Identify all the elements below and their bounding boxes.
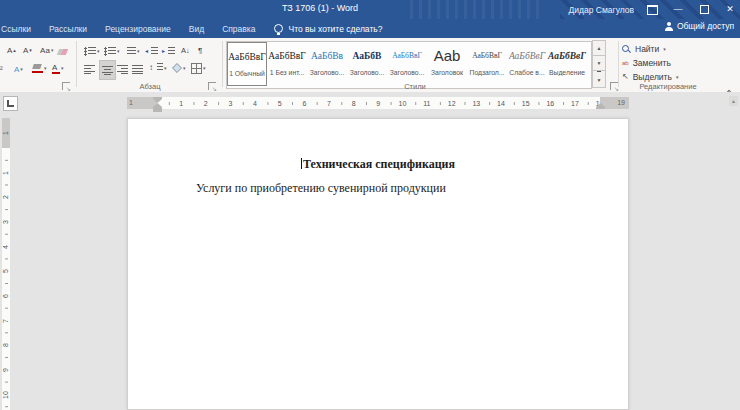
scroll-up-button[interactable]: ▲ xyxy=(729,96,738,106)
styles-scroll-up-button[interactable]: ▲ xyxy=(592,40,606,56)
tab-recenzirovanie[interactable]: Рецензирование xyxy=(96,24,180,34)
font-color-button[interactable]: А▾ xyxy=(52,61,64,75)
v-ruler-typing-area: 12345678910 xyxy=(2,148,10,410)
share-label: Общий доступ xyxy=(677,21,734,31)
ruler-number: 3 xyxy=(2,218,10,226)
ruler-number: 17 xyxy=(571,99,579,108)
cursor-icon: ↖ xyxy=(622,73,629,81)
bullets-button[interactable]: ▾ xyxy=(84,44,100,58)
style-title[interactable]: АabЗаголовок xyxy=(427,42,467,86)
style-heading2[interactable]: АаБбВЗаголово... xyxy=(347,42,387,86)
line-spacing-button[interactable]: ▾ xyxy=(149,61,167,75)
ruler-number: 4 xyxy=(253,99,257,108)
multilevel-list-icon xyxy=(124,47,136,56)
tell-me-search[interactable]: Что вы хотите сделать? xyxy=(288,24,382,34)
text-highlight-button[interactable]: ▾ xyxy=(32,61,47,75)
ruler-number: 2 xyxy=(2,193,10,201)
maximize-icon xyxy=(700,5,709,14)
numbering-button[interactable]: ▾ xyxy=(104,44,120,58)
ruler-number: 14 xyxy=(497,99,505,108)
ruler-number: 1 xyxy=(2,169,10,177)
h-ruler-typing-area: 123456789101112131415161718 xyxy=(157,97,600,109)
styles-dialog-launcher[interactable] xyxy=(610,82,618,90)
tab-rassylki[interactable]: Рассылки xyxy=(40,24,96,34)
ruler-number: 5 xyxy=(2,267,10,275)
title-bar: ТЗ 1706 (1) - Word Дидар Смагулов — ✕ xyxy=(0,0,740,19)
paragraph-dialog-launcher[interactable] xyxy=(208,82,216,90)
document-body-line[interactable]: Услуги по приобретению сувенирной продук… xyxy=(128,181,628,196)
tab-stop-selector[interactable] xyxy=(3,96,18,111)
show-marks-button[interactable]: ¶ xyxy=(198,43,202,57)
replace-icon: ab xyxy=(622,60,629,66)
ruler-number: 13 xyxy=(472,99,480,108)
highlighter-icon xyxy=(32,64,43,73)
word-window: ТЗ 1706 (1) - Word Дидар Смагулов — ✕ Сс… xyxy=(0,0,740,410)
justify-button[interactable] xyxy=(132,62,143,76)
v-ruler-top-margin: 1 xyxy=(2,118,10,148)
ruler-number: 4 xyxy=(2,243,10,251)
ruler-number: 7 xyxy=(2,317,10,325)
minimize-button[interactable]: — xyxy=(670,0,686,19)
document-title-line[interactable]: Техническая спецификация xyxy=(128,157,628,172)
justify-icon xyxy=(132,65,143,74)
shrink-font-button[interactable]: А▾ xyxy=(23,43,32,57)
group-separator xyxy=(618,41,619,87)
ruler-number: 11 xyxy=(423,99,430,108)
increase-indent-button[interactable] xyxy=(162,44,175,58)
text-effects-button[interactable]: А▾ xyxy=(14,62,23,76)
style-heading3[interactable]: АаБбВвГЗаголово... xyxy=(387,42,427,86)
align-right-icon xyxy=(117,65,128,74)
pilcrow-icon: ¶ xyxy=(198,46,202,55)
group-separator xyxy=(222,41,223,87)
style-emphasis[interactable]: АаБбВвГВыделение xyxy=(547,42,587,86)
font-dialog-launcher[interactable] xyxy=(62,82,70,90)
ruler-number: 5 xyxy=(278,99,282,108)
grow-font-button[interactable]: А▴ xyxy=(7,43,16,57)
sort-icon: А↓ xyxy=(181,46,190,55)
change-case-button[interactable]: Аа▾ xyxy=(40,43,53,57)
tab-vid[interactable]: Вид xyxy=(180,24,213,34)
styles-scroll-down-button[interactable]: ▼ xyxy=(592,55,606,71)
find-button[interactable]: Найти▾ xyxy=(622,43,666,55)
style-normal[interactable]: АаБбВвГ1 Обычный xyxy=(227,42,267,86)
tab-spravka[interactable]: Справка xyxy=(213,24,264,34)
decrease-indent-button[interactable] xyxy=(145,44,158,58)
borders-button[interactable]: ▾ xyxy=(191,61,206,75)
shading-button[interactable]: ▾ xyxy=(172,61,186,75)
document-page[interactable]: Техническая спецификация Услуги по приоб… xyxy=(127,118,629,410)
clear-formatting-button[interactable] xyxy=(58,45,67,59)
vertical-ruler[interactable]: 1 12345678910 xyxy=(2,118,10,410)
style-heading1[interactable]: АаБбВвЗаголово... xyxy=(307,42,347,86)
ruler-number: 9 xyxy=(376,99,380,108)
decrease-indent-icon xyxy=(145,47,158,56)
ribbon-display-options-button[interactable] xyxy=(644,0,660,19)
align-center-button[interactable] xyxy=(99,60,116,80)
left-indent-marker[interactable] xyxy=(153,109,162,112)
maximize-button[interactable] xyxy=(696,0,712,19)
ribbon-display-options-icon xyxy=(647,5,658,15)
ruler-number: 7 xyxy=(327,99,331,108)
tab-ssylki[interactable]: Ссылки xyxy=(0,24,40,34)
horizontal-ruler[interactable]: 1 123456789101112131415161718 19 xyxy=(127,97,629,109)
style-no-spacing[interactable]: АаБбВвГ1 Без инт... xyxy=(267,42,307,86)
numbered-list-icon xyxy=(104,47,116,56)
text-cursor xyxy=(301,158,302,169)
sort-button[interactable]: А↓ xyxy=(181,43,190,57)
share-button[interactable]: Общий доступ xyxy=(665,21,734,31)
eraser-icon xyxy=(57,49,68,55)
align-left-button[interactable] xyxy=(84,62,95,76)
style-subtitle[interactable]: АаБбВвГПодзагол... xyxy=(467,42,507,86)
ruler-left-margin: 1 xyxy=(127,97,157,109)
superscript-button[interactable]: х² xyxy=(0,62,3,76)
account-name[interactable]: Дидар Смагулов xyxy=(569,5,634,15)
multilevel-list-button[interactable]: ▾ xyxy=(124,44,140,58)
replace-button[interactable]: abЗаменить xyxy=(622,57,671,69)
close-button[interactable]: ✕ xyxy=(722,0,738,19)
window-controls: Дидар Смагулов — ✕ xyxy=(569,0,738,19)
styles-more-button[interactable]: ▼ xyxy=(592,70,606,88)
align-right-button[interactable] xyxy=(117,62,128,76)
style-subtle-emphasis[interactable]: АаБбВвГСлабое в... xyxy=(507,42,547,86)
styles-gallery-scroll: ▲ ▼ ▼ xyxy=(592,41,606,87)
ribbon: ▾ А▴ А▾ Аа▾ х² А▾ ▾ А▾ ▾ ▾ ▾ А↓ ¶ ▾ ▾ ▾ … xyxy=(0,38,740,93)
ribbon-tab-row: Ссылки Рассылки Рецензирование Вид Справ… xyxy=(0,19,740,38)
